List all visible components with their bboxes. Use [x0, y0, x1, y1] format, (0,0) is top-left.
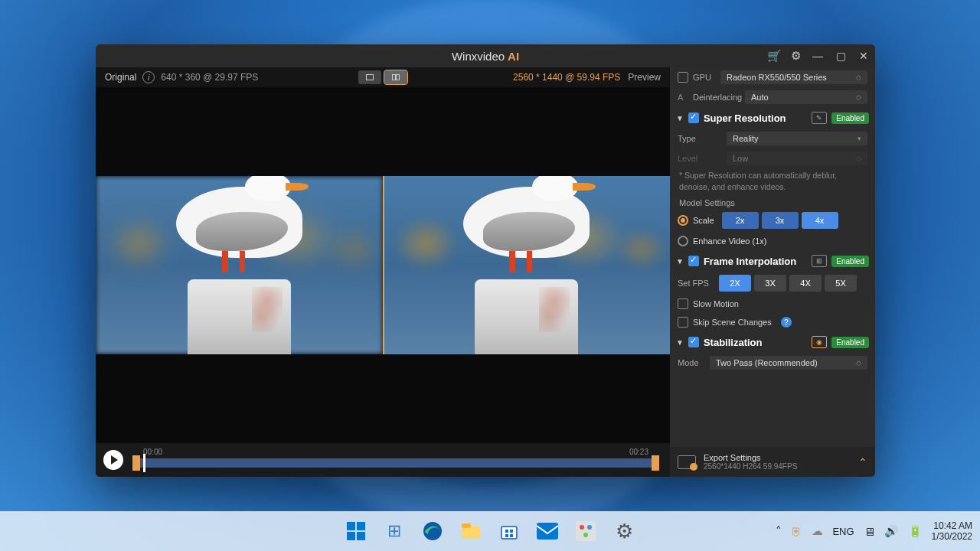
stabilization-checkbox[interactable] [688, 337, 699, 347]
scale-label: Scale [693, 216, 714, 225]
minimize-button[interactable]: — [806, 44, 829, 67]
output-resolution: 2560 * 1440 @ 59.94 FPS [513, 72, 620, 83]
original-resolution: 640 * 360 @ 29.97 FPS [161, 72, 258, 83]
svg-rect-6 [505, 534, 508, 537]
edge-icon[interactable] [416, 515, 449, 547]
tray-security-icon[interactable]: ⛨ [791, 525, 802, 538]
super-resolution-checkbox[interactable] [688, 112, 699, 123]
file-explorer-icon[interactable] [455, 515, 487, 547]
trim-start-handle[interactable] [132, 455, 140, 471]
tray-weather-icon[interactable]: ☁ [812, 524, 823, 538]
tray-language[interactable]: ENG [832, 526, 854, 537]
maximize-button[interactable]: ▢ [829, 44, 852, 67]
fps-4x-button[interactable]: 4X [789, 275, 822, 292]
svg-point-12 [583, 533, 588, 537]
time-end-label: 00:23 [629, 448, 648, 456]
stabilization-title: Stabilization [704, 337, 807, 348]
scale-radio[interactable] [678, 215, 688, 226]
close-button[interactable]: ✕ [852, 44, 875, 67]
app-title: Winxvideo [452, 50, 505, 63]
tray-volume-icon[interactable]: 🔊 [884, 524, 899, 538]
svg-rect-7 [510, 534, 513, 537]
svg-point-11 [587, 525, 592, 530]
mail-icon[interactable] [531, 515, 564, 547]
gpu-select[interactable]: Radeon RX550/550 Series◇ [720, 70, 867, 84]
enhance-label: Enhance Video (1x) [693, 236, 766, 246]
deinterlace-select[interactable]: Auto◇ [745, 90, 867, 104]
deinterlace-label: Deinterlacing [693, 93, 740, 102]
stabilization-header[interactable]: ▼ Stabilization ◉ Enabled [670, 331, 875, 353]
tray-network-icon[interactable]: 🖥 [864, 525, 875, 538]
export-icon [678, 455, 696, 469]
export-title: Export Settings [704, 453, 851, 462]
store-icon[interactable] [493, 515, 525, 547]
sr-edit-icon[interactable]: ✎ [812, 112, 827, 124]
taskbar: ⊞ ⚙ ˄ ⛨ ☁ ENG 🖥 🔊 🔋 10:42 AM 1/30/2022 [0, 511, 980, 551]
gpu-checkbox[interactable] [678, 72, 688, 83]
cart-icon[interactable]: 🛒 [763, 44, 785, 67]
gpu-label: GPU [693, 73, 716, 82]
start-button[interactable] [340, 515, 372, 547]
fi-enabled-badge: Enabled [831, 256, 869, 267]
frame-interpolation-header[interactable]: ▼ Frame Interpolation ⊞ Enabled [670, 250, 875, 272]
frame-interpolation-title: Frame Interpolation [704, 256, 807, 267]
stab-camera-icon[interactable]: ◉ [812, 336, 827, 348]
svg-rect-9 [576, 521, 596, 541]
info-icon[interactable]: i [142, 71, 155, 83]
export-expand-icon[interactable]: ⌃ [858, 456, 867, 468]
preview-original-image [96, 176, 383, 354]
stab-mode-select[interactable]: Two Pass (Recommended)◇ [710, 356, 867, 370]
fps-5x-button[interactable]: 5X [825, 275, 857, 292]
fi-film-icon[interactable]: ⊞ [812, 255, 827, 267]
settings-gear-icon[interactable]: ⚙ [785, 44, 806, 67]
trim-end-handle[interactable] [652, 455, 659, 471]
svg-rect-2 [462, 523, 471, 528]
tray-battery-icon[interactable]: 🔋 [908, 524, 923, 538]
caret-down-icon: ▼ [676, 338, 684, 347]
caret-down-icon: ▼ [676, 114, 684, 122]
scale-4x-button[interactable]: 4x [802, 212, 838, 229]
task-view-icon[interactable]: ⊞ [378, 515, 410, 547]
compare-single-button[interactable] [358, 70, 381, 84]
timeline: 00:00 00:23 [96, 443, 670, 477]
sr-level-label: Level [678, 154, 722, 163]
super-resolution-header[interactable]: ▼ Super Resolution ✎ Enabled [670, 107, 875, 129]
sr-level-select: Low◇ [727, 152, 867, 165]
model-settings-label: Model Settings [670, 194, 875, 209]
fps-3x-button[interactable]: 3X [754, 275, 786, 292]
compare-split-button[interactable] [384, 70, 407, 84]
scale-2x-button[interactable]: 2x [722, 212, 759, 229]
fps-2x-button[interactable]: 2X [719, 275, 751, 292]
playhead[interactable] [143, 454, 145, 472]
super-resolution-title: Super Resolution [704, 112, 807, 124]
help-icon[interactable]: ? [781, 317, 792, 328]
export-settings[interactable]: Export Settings 2560*1440 H264 59.94FPS … [670, 447, 875, 477]
tray-date: 1/30/2022 [932, 531, 972, 542]
paint-icon[interactable] [570, 515, 602, 547]
frame-interpolation-checkbox[interactable] [688, 256, 699, 266]
svg-rect-1 [462, 527, 480, 539]
deinterlace-icon: A [678, 93, 688, 102]
app-title-accent: AI [508, 50, 519, 63]
enhance-radio[interactable] [678, 236, 688, 246]
stab-mode-label: Mode [678, 358, 705, 367]
setfps-label: Set FPS [678, 279, 711, 288]
skip-scene-checkbox[interactable] [678, 317, 688, 328]
slow-motion-checkbox[interactable] [678, 298, 688, 309]
export-sub: 2560*1440 H264 59.94FPS [704, 462, 851, 471]
play-button[interactable] [103, 450, 123, 470]
scale-3x-button[interactable]: 3x [762, 212, 799, 229]
sr-type-label: Type [678, 134, 722, 143]
sr-note: * Super Resolution can automatically deb… [670, 168, 875, 194]
tray-chevron-icon[interactable]: ˄ [776, 524, 782, 538]
original-label: Original [105, 72, 136, 83]
preview-area [96, 87, 670, 443]
settings-icon[interactable]: ⚙ [608, 515, 640, 547]
sr-type-select[interactable]: Reality▾ [727, 132, 867, 145]
tray-time: 10:42 AM [932, 520, 972, 531]
tray-clock[interactable]: 10:42 AM 1/30/2022 [932, 520, 972, 543]
preview-label: Preview [628, 72, 661, 83]
caret-down-icon: ▼ [676, 257, 684, 266]
timeline-track[interactable]: 00:00 00:23 [132, 451, 659, 469]
compare-divider[interactable] [383, 176, 384, 354]
